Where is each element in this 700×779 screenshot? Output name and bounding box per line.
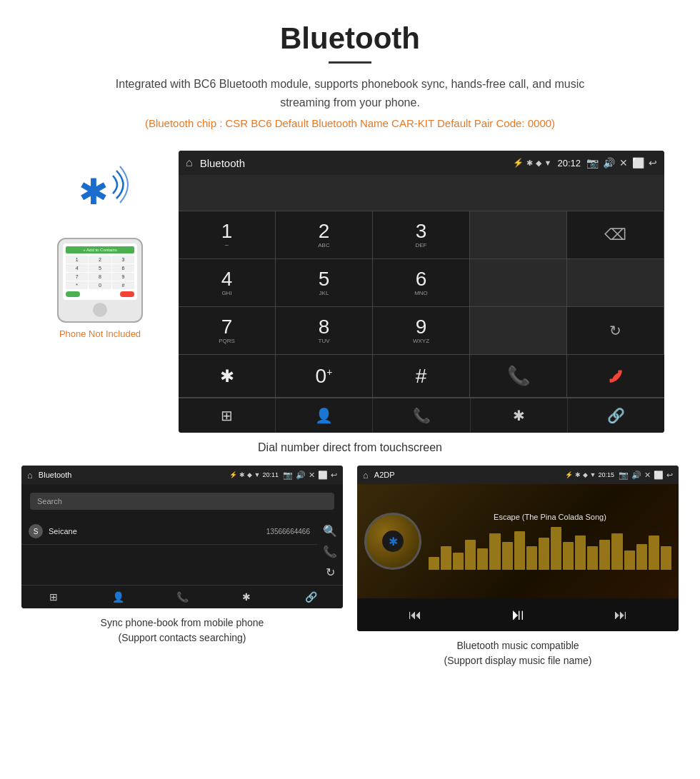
phonebook-content: S Seicane 13566664466 🔍 📞 ↻ <box>21 518 343 585</box>
key-1[interactable]: 1∽ <box>179 211 276 259</box>
phonebook-list: S Seicane 13566664466 <box>21 518 317 585</box>
pb-win-icon[interactable]: ⬜ <box>318 471 328 480</box>
statusbar-time: 20:12 <box>557 158 581 169</box>
music-statusbar-icons: ✱ ◆ ▼ 20:15 <box>575 471 614 478</box>
pb-back-icon[interactable]: ↩ <box>331 471 337 480</box>
pb-refresh-icon[interactable]: ↻ <box>326 566 335 579</box>
key-empty-2 <box>470 259 567 307</box>
key-6[interactable]: 6MNO <box>373 259 470 307</box>
pb-bt-icon: ✱ <box>239 471 245 478</box>
window-icon[interactable]: ⬜ <box>632 157 644 169</box>
music-win-icon[interactable]: ⬜ <box>654 471 664 480</box>
phone-key-7: 7 <box>66 273 88 281</box>
pb-vol-icon[interactable]: 🔊 <box>296 471 306 480</box>
signal-icon: ▼ <box>544 159 552 167</box>
key-backspace[interactable]: ⌫ <box>567 211 664 259</box>
music-vol-icon[interactable]: 🔊 <box>631 471 641 480</box>
next-button[interactable]: ⏭ <box>614 608 627 623</box>
prev-button[interactable]: ⏮ <box>409 608 421 623</box>
key-5[interactable]: 5JKL <box>276 259 373 307</box>
phonebook-col: ⌂ Bluetooth ⚡ ✱ ◆ ▼ 20:11 📷 🔊 ✕ ⬜ ↩ <box>21 466 343 671</box>
music-bt-icon: ✱ <box>575 471 581 478</box>
music-camera-icon[interactable]: 📷 <box>619 471 629 480</box>
key-call-red[interactable] <box>567 355 664 398</box>
phone-not-included: Phone Not Included <box>59 328 141 339</box>
nav-grid[interactable]: ⊞ <box>179 398 276 433</box>
phone-key-0: 0 <box>89 281 111 289</box>
key-refresh[interactable]: ↻ <box>567 307 664 355</box>
bar-10 <box>539 538 549 570</box>
nav-link[interactable]: 🔗 <box>568 398 664 433</box>
music-home-icon[interactable]: ⌂ <box>363 470 369 481</box>
key-8[interactable]: 8TUV <box>276 307 373 355</box>
key-empty-1 <box>470 211 567 259</box>
phone-key-1: 1 <box>66 256 88 263</box>
page-header: Bluetooth Integrated with BC6 Bluetooth … <box>0 0 700 136</box>
bar-7 <box>502 542 513 570</box>
pb-nav-contacts[interactable]: 👤 <box>86 585 150 608</box>
bar-12 <box>563 542 574 570</box>
bar-18 <box>636 544 647 570</box>
phonebook-bottom-nav: ⊞ 👤 📞 ✱ 🔗 <box>21 585 343 608</box>
music-back-icon[interactable]: ↩ <box>666 471 673 480</box>
pb-close-icon[interactable]: ✕ <box>309 471 315 480</box>
music-visualizer: Escape (The Pina Colada Song) <box>429 513 671 570</box>
pb-camera-icon[interactable]: 📷 <box>283 471 293 480</box>
pb-nav-grid[interactable]: ⊞ <box>21 585 86 608</box>
key-2[interactable]: 2ABC <box>276 211 373 259</box>
key-call-green[interactable]: 📞 <box>470 355 567 398</box>
bar-20 <box>661 546 671 570</box>
bar-11 <box>551 527 561 570</box>
bar-6 <box>489 533 500 570</box>
key-3[interactable]: 3DEF <box>373 211 470 259</box>
svg-text:✱: ✱ <box>79 172 109 212</box>
phone-home-button <box>93 303 107 317</box>
bluetooth-signal-svg: ✱ <box>64 165 136 222</box>
pb-nav-phone[interactable]: 📞 <box>150 585 214 608</box>
key-9[interactable]: 9WXYZ <box>373 307 470 355</box>
music-caption: Bluetooth music compatible(Support displ… <box>444 631 592 671</box>
key-hash[interactable]: # <box>373 355 470 398</box>
pb-loc-icon: ◆ <box>247 471 252 478</box>
main-screenshot-area: ✱ + Add to Contacts 1 2 3 4 5 6 7 8 <box>0 136 700 433</box>
bar-4 <box>465 540 476 570</box>
nav-contacts[interactable]: 👤 <box>276 398 373 433</box>
dial-screen-title: Bluetooth <box>200 157 513 169</box>
phone-key-4: 4 <box>66 264 88 272</box>
key-4[interactable]: 4GHI <box>179 259 276 307</box>
pb-usb-icon: ⚡ <box>229 471 237 478</box>
phone-green-btn <box>66 291 80 297</box>
music-song-title: Escape (The Pina Colada Song) <box>429 513 671 521</box>
key-7[interactable]: 7PQRS <box>179 307 276 355</box>
music-statusbar: ⌂ A2DP ⚡ ✱ ◆ ▼ 20:15 📷 🔊 ✕ ⬜ ↩ <box>357 466 679 484</box>
pb-home-icon[interactable]: ⌂ <box>27 470 33 481</box>
main-caption: Dial number direct from touchscreen <box>0 433 700 466</box>
music-close-icon[interactable]: ✕ <box>644 471 651 480</box>
contact-seicane[interactable]: S Seicane 13566664466 <box>21 518 317 545</box>
contact-letter-s: S <box>29 524 43 538</box>
phone-red-btn <box>120 291 134 297</box>
pb-search-icon[interactable]: 🔍 <box>323 524 337 538</box>
pb-phone-icon[interactable]: 📞 <box>323 545 337 558</box>
nav-phone[interactable]: 📞 <box>373 398 470 433</box>
bar-3 <box>453 553 464 570</box>
back-icon[interactable]: ↩ <box>649 157 657 169</box>
play-pause-button[interactable]: ⏯ <box>510 605 526 624</box>
pb-right-icons: 📷 🔊 ✕ ⬜ ↩ <box>283 471 337 480</box>
title-underline <box>329 61 371 64</box>
volume-icon[interactable]: 🔊 <box>603 157 615 169</box>
pb-nav-link[interactable]: 🔗 <box>279 585 343 608</box>
key-0[interactable]: 0+ <box>276 355 373 398</box>
location-icon: ◆ <box>536 159 541 168</box>
close-icon[interactable]: ✕ <box>619 157 628 169</box>
camera-icon[interactable]: 📷 <box>586 157 599 169</box>
pb-nav-bt[interactable]: ✱ <box>214 585 279 608</box>
key-star[interactable]: ✱ <box>179 355 276 398</box>
nav-bluetooth[interactable]: ✱ <box>471 398 568 433</box>
contact-name: Seicane <box>49 527 266 536</box>
phone-key-8: 8 <box>89 273 111 281</box>
phonebook-search[interactable]: Search <box>30 493 334 510</box>
phone-key-3: 3 <box>112 256 134 263</box>
home-icon[interactable]: ⌂ <box>186 156 193 169</box>
phone-key-5: 5 <box>89 264 111 272</box>
